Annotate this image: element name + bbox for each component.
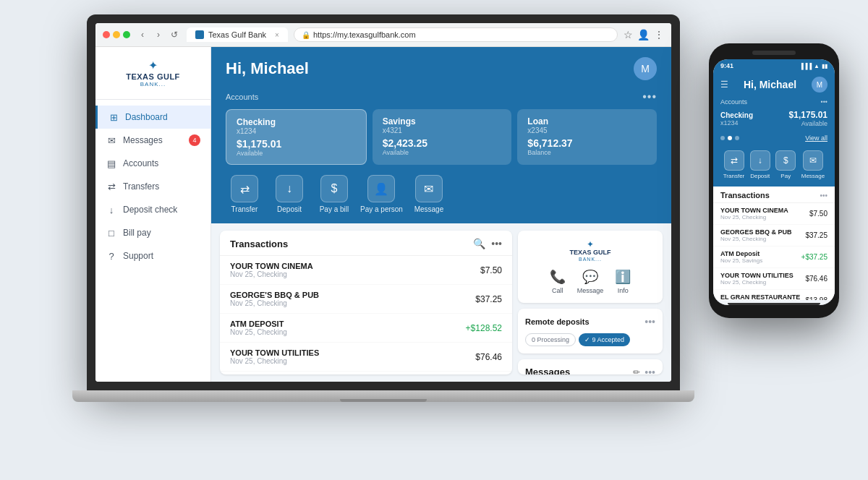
messages-menu-icon[interactable]: ••• — [644, 367, 655, 374]
sidebar-item-support[interactable]: ? Support — [95, 244, 210, 267]
sidebar-label-billpay: Bill pay — [123, 228, 151, 238]
messages-panel: Messages ✏ ••• ✉ Holiday Hours — [518, 359, 663, 374]
phone-avatar[interactable]: M — [812, 77, 827, 93]
bookmark-icon[interactable]: ☆ — [624, 29, 633, 40]
phone-pay-label: Pay — [780, 173, 791, 179]
transfer-label: Transfer — [231, 205, 258, 213]
main-header: Hi, Michael M — [211, 47, 671, 90]
table-row: ATM DEPOSIT Nov 25, Checking +$128.52 — [220, 314, 512, 343]
transactions-panel: Transactions 🔍 ••• YOUR TOWN CINEMA Nov … — [220, 231, 512, 374]
close-window-btn[interactable] — [103, 31, 110, 38]
sidebar-item-transfers[interactable]: ⇄ Transfers — [95, 175, 210, 198]
phone-status-icons: ▐▐▐ ▲ ▮▮ — [799, 63, 827, 69]
info-button[interactable]: ℹ️ Info — [615, 269, 631, 294]
pay-bill-action[interactable]: $ Pay a bill — [315, 175, 353, 213]
phone-transactions-more-icon[interactable]: ••• — [820, 192, 827, 200]
messages-compose-icon[interactable]: ✏ — [633, 367, 640, 374]
loan-number: x2345 — [527, 127, 647, 134]
savings-card[interactable]: Savings x4321 $2,423.25 Available — [373, 109, 512, 165]
view-all-link[interactable]: View all — [805, 134, 827, 142]
message-action-icon: ✉ — [415, 175, 443, 202]
messages-panel-title: Messages — [525, 367, 570, 374]
browser-tab[interactable]: Texas Gulf Bank × — [187, 27, 288, 42]
address-bar[interactable]: 🔒 https://my.texasgulfbank.com — [294, 27, 618, 42]
remote-deposits-menu-icon[interactable]: ••• — [644, 316, 655, 327]
phone-transfer-action[interactable]: ⇄ Transfer — [723, 150, 745, 179]
search-icon[interactable]: 🔍 — [473, 238, 485, 249]
tx-name: YOUR TOWN UTILITIES — [230, 348, 319, 357]
laptop-screen: ‹ › ↺ Texas Gulf Bank × 🔒 https://my.tex… — [95, 23, 671, 382]
sidebar-item-dashboard[interactable]: ⊞ Dashboard — [95, 106, 210, 129]
phone-greeting: Hi, Michael — [744, 79, 796, 90]
checking-number: x1234 — [237, 127, 356, 135]
tab-close-icon[interactable]: × — [275, 31, 279, 39]
deposit-label: Deposit — [277, 205, 302, 213]
phone-deposit-action[interactable]: ↓ Deposit — [750, 150, 770, 179]
phone-deposit-icon: ↓ — [750, 150, 770, 171]
transactions-more-icon[interactable]: ••• — [491, 238, 502, 249]
message-action[interactable]: ✉ Message — [410, 175, 448, 213]
tx-date: Nov 25, Checking — [230, 357, 319, 365]
profile-icon[interactable]: 👤 — [637, 29, 650, 40]
back-button[interactable]: ‹ — [136, 28, 149, 41]
deposit-check-icon: ↓ — [106, 204, 117, 215]
phone-account-card[interactable]: Checking x1234 $1,175.01 Available — [713, 107, 835, 132]
tx-name: YOUR TOWN CINEMA — [230, 262, 313, 270]
messages-icon: ✉ — [106, 134, 117, 146]
phone-pay-action[interactable]: $ Pay — [775, 150, 796, 179]
minimize-window-btn[interactable] — [113, 31, 120, 38]
accounts-icon: ▤ — [106, 158, 117, 169]
ssl-lock-icon: 🔒 — [302, 31, 310, 39]
dot-3 — [735, 136, 739, 140]
checking-card[interactable]: Checking x1234 $1,175.01 Available — [226, 109, 367, 165]
message-contact-button[interactable]: 💬 Message — [577, 269, 604, 294]
phone-time: 9:41 — [720, 62, 733, 69]
loan-card[interactable]: Loan x2345 $6,712.37 Balance — [517, 109, 657, 165]
phone-accounts-more-icon[interactable]: ••• — [821, 98, 827, 106]
phone-device: 9:41 ▐▐▐ ▲ ▮▮ ☰ Hi, Michael M Accounts •… — [702, 43, 846, 347]
phone-message-action[interactable]: ✉ Message — [801, 150, 825, 179]
remote-deposits-panel: Remote deposits ••• 0 Processing ✓ 9 Acc… — [518, 309, 663, 353]
bank-logo-small: ✦ TEXAS GULF BANK... — [569, 239, 610, 262]
accounts-menu-icon[interactable]: ••• — [642, 90, 657, 103]
call-button[interactable]: 📞 Call — [550, 269, 566, 294]
phone-pay-icon: $ — [775, 150, 796, 171]
user-avatar[interactable]: M — [634, 57, 657, 80]
menu-icon[interactable]: ⋮ — [654, 29, 664, 40]
forward-button[interactable]: › — [152, 28, 165, 41]
phone-tx-date: Nov 25, Checking — [720, 236, 792, 242]
maximize-window-btn[interactable] — [123, 31, 130, 38]
savings-number: x4321 — [383, 127, 502, 134]
reload-button[interactable]: ↺ — [168, 28, 181, 41]
phone-account-type: Checking — [720, 111, 753, 119]
tab-title: Texas Gulf Bank — [208, 30, 266, 39]
phone-status-bar: 9:41 ▐▐▐ ▲ ▮▮ — [713, 59, 835, 72]
quick-actions-bar: ⇄ Transfer ↓ Deposit $ Pay a bill 👤 — [211, 175, 671, 223]
deposit-action[interactable]: ↓ Deposit — [271, 175, 308, 213]
signal-icon: ▐▐▐ — [799, 63, 812, 69]
sidebar-item-messages[interactable]: ✉ Messages 4 — [95, 129, 210, 152]
phone-message-label: Message — [801, 173, 825, 179]
page-greeting: Hi, Michael — [226, 59, 309, 78]
loan-avail: Balance — [527, 149, 647, 156]
phone-tx-amount: $7.50 — [809, 210, 827, 218]
table-row: GEORGE'S BBQ & PUB Nov 25, Checking $37.… — [220, 285, 512, 314]
sidebar-item-deposit-check[interactable]: ↓ Deposit check — [95, 198, 210, 221]
window-controls — [103, 31, 130, 38]
phone-tx-date: Nov 25, Savings — [720, 257, 762, 264]
transfer-icon: ⇄ — [231, 175, 258, 202]
laptop-body: ‹ › ↺ Texas Gulf Bank × 🔒 https://my.tex… — [87, 14, 680, 390]
sidebar-item-bill-pay[interactable]: □ Bill pay — [95, 221, 210, 244]
phone-message-icon: ✉ — [803, 150, 823, 171]
phone-transfer-icon: ⇄ — [724, 150, 744, 171]
sidebar-item-accounts[interactable]: ▤ Accounts — [95, 152, 210, 175]
dashboard-icon: ⊞ — [108, 111, 119, 123]
pay-person-action[interactable]: 👤 Pay a person — [360, 175, 403, 213]
transfer-action[interactable]: ⇄ Transfer — [226, 175, 263, 213]
contact-actions: 📞 Call 💬 Message ℹ️ In — [527, 269, 654, 294]
messages-badge: 4 — [189, 134, 200, 146]
tx-date: Nov 25, Checking — [230, 328, 287, 336]
tx-date: Nov 25, Checking — [230, 299, 319, 307]
url-text: https://my.texasgulfbank.com — [313, 30, 416, 39]
phone-menu-icon[interactable]: ☰ — [720, 80, 728, 90]
